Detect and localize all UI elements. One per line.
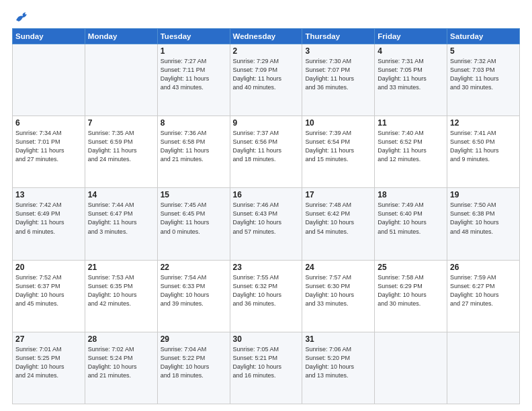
cell-info-line: Sunset: 7:05 PM xyxy=(378,66,444,75)
cell-info-line: Daylight: 10 hours xyxy=(305,363,371,371)
cell-info-line: Daylight: 11 hours xyxy=(450,75,517,83)
calendar-cell: 28Sunrise: 7:02 AMSunset: 5:24 PMDayligh… xyxy=(85,332,157,404)
calendar-cell: 13Sunrise: 7:42 AMSunset: 6:49 PMDayligh… xyxy=(13,188,85,260)
cell-info-line: Daylight: 11 hours xyxy=(233,146,300,155)
cell-info-line: Sunset: 6:32 PM xyxy=(233,282,300,291)
calendar-cell: 9Sunrise: 7:37 AMSunset: 6:56 PMDaylight… xyxy=(230,116,302,188)
cell-info-line: Sunrise: 7:48 AM xyxy=(305,201,371,210)
week-row-2: 13Sunrise: 7:42 AMSunset: 6:49 PMDayligh… xyxy=(13,188,520,260)
day-number: 26 xyxy=(450,263,517,272)
cell-info-line: and 24 minutes. xyxy=(88,155,154,164)
cell-info-line: Sunset: 7:07 PM xyxy=(305,66,371,75)
calendar-cell: 27Sunrise: 7:01 AMSunset: 5:25 PMDayligh… xyxy=(13,332,85,404)
cell-info-line: Sunset: 5:25 PM xyxy=(15,354,82,363)
cell-info-line: Sunrise: 7:04 AM xyxy=(161,345,227,354)
cell-info-line: and 43 minutes. xyxy=(161,83,227,92)
day-number: 1 xyxy=(161,46,227,56)
cell-info-line: Sunset: 6:56 PM xyxy=(233,138,300,146)
cell-info-line: Sunset: 6:40 PM xyxy=(378,210,444,218)
cell-info-line: Sunset: 5:20 PM xyxy=(305,354,371,363)
calendar-cell: 31Sunrise: 7:06 AMSunset: 5:20 PMDayligh… xyxy=(302,332,375,404)
cell-info-line: Daylight: 11 hours xyxy=(233,75,300,83)
cell-info-line: Sunrise: 7:55 AM xyxy=(233,273,300,282)
cell-info-line: Sunrise: 7:45 AM xyxy=(161,201,227,210)
cell-info-line: Daylight: 11 hours xyxy=(161,146,227,155)
week-row-0: 1Sunrise: 7:27 AMSunset: 7:11 PMDaylight… xyxy=(13,44,520,116)
cell-info-line: Sunrise: 7:49 AM xyxy=(378,201,444,210)
cell-info-line: Daylight: 10 hours xyxy=(88,291,154,300)
weekday-header-wednesday: Wednesday xyxy=(230,29,302,44)
cell-info-line: and 16 minutes. xyxy=(233,371,300,380)
calendar-cell: 2Sunrise: 7:29 AMSunset: 7:09 PMDaylight… xyxy=(230,44,302,116)
cell-info-line: Sunrise: 7:46 AM xyxy=(233,201,300,210)
cell-info-line: Sunrise: 7:40 AM xyxy=(378,129,444,138)
cell-info-line: Daylight: 10 hours xyxy=(305,291,371,300)
cell-info-line: Sunset: 5:24 PM xyxy=(88,354,154,363)
cell-info-line: Daylight: 10 hours xyxy=(450,291,517,300)
day-number: 31 xyxy=(305,334,371,344)
calendar-cell: 15Sunrise: 7:45 AMSunset: 6:45 PMDayligh… xyxy=(157,188,230,260)
cell-info-line: and 30 minutes. xyxy=(450,83,517,92)
day-number: 17 xyxy=(305,190,371,199)
calendar-cell xyxy=(447,332,520,404)
logo xyxy=(12,11,30,23)
calendar-cell: 21Sunrise: 7:53 AMSunset: 6:35 PMDayligh… xyxy=(85,260,157,332)
calendar-cell: 30Sunrise: 7:05 AMSunset: 5:21 PMDayligh… xyxy=(230,332,302,404)
calendar-table: SundayMondayTuesdayWednesdayThursdayFrid… xyxy=(12,28,520,404)
week-row-1: 6Sunrise: 7:34 AMSunset: 7:01 PMDaylight… xyxy=(13,116,520,188)
calendar-cell xyxy=(85,44,157,116)
cell-info-line: Daylight: 11 hours xyxy=(15,218,82,227)
day-number: 23 xyxy=(233,263,300,272)
calendar-cell: 11Sunrise: 7:40 AMSunset: 6:52 PMDayligh… xyxy=(375,116,447,188)
cell-info-line: Sunrise: 7:27 AM xyxy=(161,57,227,66)
day-number: 20 xyxy=(15,263,82,272)
cell-info-line: Sunrise: 7:05 AM xyxy=(233,345,300,354)
day-number: 12 xyxy=(450,118,517,128)
day-number: 6 xyxy=(15,118,82,128)
cell-info-line: Daylight: 11 hours xyxy=(88,146,154,155)
cell-info-line: Sunrise: 7:32 AM xyxy=(450,57,517,66)
day-number: 16 xyxy=(233,190,300,199)
cell-info-line: Daylight: 10 hours xyxy=(450,218,517,227)
day-number: 8 xyxy=(161,118,227,128)
calendar-cell: 19Sunrise: 7:50 AMSunset: 6:38 PMDayligh… xyxy=(447,188,520,260)
calendar-cell xyxy=(375,332,447,404)
day-number: 21 xyxy=(88,263,154,272)
cell-info-line: Daylight: 10 hours xyxy=(233,291,300,300)
calendar-cell: 25Sunrise: 7:58 AMSunset: 6:29 PMDayligh… xyxy=(375,260,447,332)
cell-info-line: Sunset: 6:45 PM xyxy=(161,210,227,218)
day-number: 4 xyxy=(378,46,444,56)
cell-info-line: Sunset: 6:38 PM xyxy=(450,210,517,218)
cell-info-line: Sunset: 6:29 PM xyxy=(378,282,444,291)
cell-info-line: and 45 minutes. xyxy=(15,300,82,308)
calendar-cell: 17Sunrise: 7:48 AMSunset: 6:42 PMDayligh… xyxy=(302,188,375,260)
cell-info-line: and 39 minutes. xyxy=(161,300,227,308)
cell-info-line: and 27 minutes. xyxy=(15,155,82,164)
day-number: 22 xyxy=(161,263,227,272)
cell-info-line: and 48 minutes. xyxy=(450,228,517,236)
cell-info-line: and 13 minutes. xyxy=(305,371,371,380)
cell-info-line: and 42 minutes. xyxy=(88,300,154,308)
cell-info-line: Daylight: 10 hours xyxy=(161,363,227,371)
cell-info-line: and 51 minutes. xyxy=(378,228,444,236)
cell-info-line: and 36 minutes. xyxy=(305,83,371,92)
page: SundayMondayTuesdayWednesdayThursdayFrid… xyxy=(0,0,532,411)
calendar-cell: 16Sunrise: 7:46 AMSunset: 6:43 PMDayligh… xyxy=(230,188,302,260)
cell-info-line: Daylight: 11 hours xyxy=(161,218,227,227)
cell-info-line: Daylight: 11 hours xyxy=(305,75,371,83)
calendar-cell: 12Sunrise: 7:41 AMSunset: 6:50 PMDayligh… xyxy=(447,116,520,188)
weekday-header-saturday: Saturday xyxy=(447,29,520,44)
day-number: 13 xyxy=(15,190,82,199)
cell-info-line: Sunset: 5:21 PM xyxy=(233,354,300,363)
cell-info-line: Daylight: 10 hours xyxy=(378,291,444,300)
day-number: 27 xyxy=(15,334,82,344)
cell-info-line: and 0 minutes. xyxy=(161,228,227,236)
cell-info-line: and 9 minutes. xyxy=(450,155,517,164)
cell-info-line: Sunrise: 7:34 AM xyxy=(15,129,82,138)
calendar-cell: 4Sunrise: 7:31 AMSunset: 7:05 PMDaylight… xyxy=(375,44,447,116)
cell-info-line: Sunset: 6:49 PM xyxy=(15,210,82,218)
cell-info-line: and 21 minutes. xyxy=(88,371,154,380)
cell-info-line: and 33 minutes. xyxy=(305,300,371,308)
calendar-cell: 6Sunrise: 7:34 AMSunset: 7:01 PMDaylight… xyxy=(13,116,85,188)
cell-info-line: Sunrise: 7:02 AM xyxy=(88,345,154,354)
